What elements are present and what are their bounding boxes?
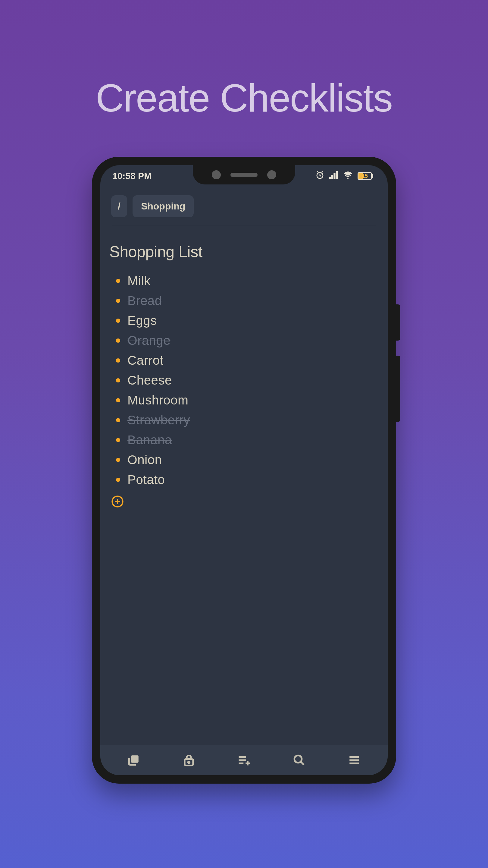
- checklist-item-text: Carrot: [127, 353, 164, 368]
- checklist-item-text: Cheese: [127, 373, 172, 388]
- checklist-item[interactable]: Potato: [111, 470, 377, 490]
- bullet-icon: [116, 478, 120, 482]
- phone-side-button: [396, 355, 400, 422]
- svg-point-5: [347, 178, 349, 179]
- checklist-item-text: Eggs: [127, 313, 157, 328]
- svg-rect-1: [329, 177, 331, 179]
- svg-rect-4: [336, 172, 338, 179]
- checklist-item-text: Milk: [127, 274, 151, 288]
- marketing-headline: Create Checklists: [96, 75, 392, 121]
- phone-side-button: [396, 304, 400, 341]
- checklist: MilkBreadEggsOrangeCarrotCheeseMushroomS…: [111, 271, 377, 490]
- note-content: / Shopping Shopping List MilkBreadEggsOr…: [100, 187, 388, 745]
- divider: [112, 226, 376, 226]
- svg-point-9: [188, 761, 190, 763]
- bottom-nav: [100, 745, 388, 775]
- checklist-item[interactable]: Milk: [111, 271, 377, 291]
- signal-icon: [329, 171, 338, 181]
- checklist-item-text: Orange: [127, 333, 170, 348]
- bullet-icon: [116, 418, 120, 422]
- phone-notch: [193, 165, 295, 184]
- nav-search-button[interactable]: [291, 752, 307, 768]
- checklist-item[interactable]: Onion: [111, 450, 377, 470]
- checklist-item-text: Potato: [127, 472, 165, 487]
- nav-library-button[interactable]: [126, 752, 142, 768]
- breadcrumb-root[interactable]: /: [111, 195, 127, 217]
- checklist-item-text: Bread: [127, 293, 162, 308]
- battery-indicator: 15: [358, 172, 373, 180]
- nav-lock-button[interactable]: [181, 752, 197, 768]
- svg-rect-7: [131, 755, 139, 763]
- checklist-item-text: Strawberry: [127, 413, 190, 427]
- bullet-icon: [116, 378, 120, 382]
- breadcrumb-folder[interactable]: Shopping: [133, 195, 194, 217]
- checklist-item[interactable]: Orange: [111, 331, 377, 350]
- nav-menu-button[interactable]: [346, 752, 362, 768]
- bullet-icon: [116, 458, 120, 462]
- checklist-item-text: Mushroom: [127, 393, 188, 407]
- wifi-icon: [343, 171, 353, 181]
- svg-point-10: [294, 755, 302, 763]
- add-item-button[interactable]: [111, 495, 377, 509]
- svg-rect-2: [332, 175, 333, 179]
- phone-frame: 10:58 PM 15 / Shopping: [92, 157, 396, 784]
- checklist-item[interactable]: Mushroom: [111, 390, 377, 410]
- svg-rect-3: [334, 173, 335, 179]
- bullet-icon: [116, 338, 120, 343]
- phone-screen: 10:58 PM 15 / Shopping: [100, 165, 388, 775]
- bullet-icon: [116, 438, 120, 442]
- bullet-icon: [116, 279, 120, 283]
- checklist-item[interactable]: Eggs: [111, 311, 377, 331]
- breadcrumb: / Shopping: [111, 195, 377, 217]
- bullet-icon: [116, 318, 120, 323]
- bullet-icon: [116, 398, 120, 402]
- note-title[interactable]: Shopping List: [109, 243, 377, 261]
- checklist-item[interactable]: Banana: [111, 430, 377, 450]
- bullet-icon: [116, 358, 120, 363]
- alarm-icon: [315, 170, 324, 182]
- checklist-item[interactable]: Carrot: [111, 350, 377, 370]
- checklist-item-text: Onion: [127, 453, 162, 467]
- checklist-item[interactable]: Bread: [111, 291, 377, 311]
- status-time: 10:58 PM: [112, 171, 152, 181]
- nav-list-add-button[interactable]: [236, 752, 252, 768]
- checklist-item[interactable]: Strawberry: [111, 410, 377, 430]
- checklist-item[interactable]: Cheese: [111, 370, 377, 390]
- bullet-icon: [116, 299, 120, 303]
- checklist-item-text: Banana: [127, 433, 172, 447]
